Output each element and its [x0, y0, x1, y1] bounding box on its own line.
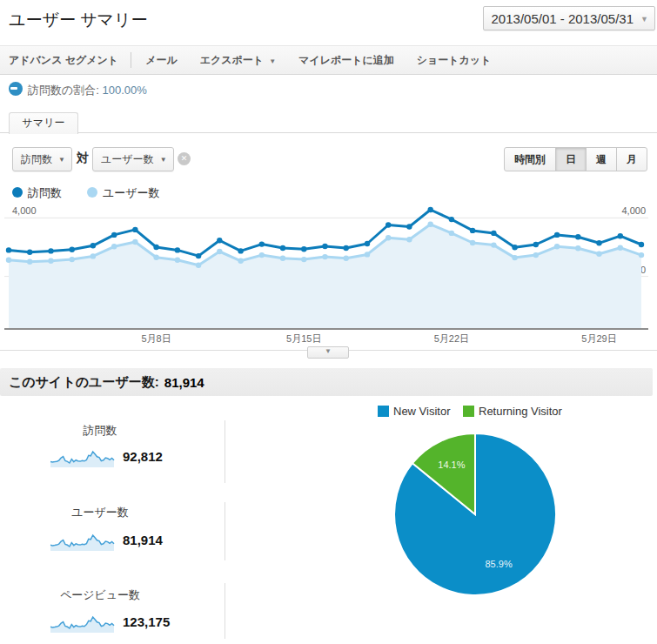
metrics-divider: [225, 420, 225, 483]
svg-text:5月29日: 5月29日: [581, 333, 616, 344]
chevron-down-icon: ▼: [160, 156, 167, 164]
sparkline-visits: [50, 448, 115, 467]
chevron-down-icon: ▼: [58, 156, 65, 164]
pie-legend-label-new: New Visitor: [393, 405, 451, 418]
segment-value: 100.00%: [103, 84, 147, 97]
legend-dot-users: [87, 187, 97, 198]
tab-summary[interactable]: サマリー: [9, 112, 78, 134]
pie-legend-label-returning: Returning Visitor: [479, 405, 562, 418]
pie-legend-swatch-new: [378, 406, 389, 417]
svg-text:14.1%: 14.1%: [438, 460, 465, 470]
svg-text:5月8日: 5月8日: [141, 333, 171, 344]
visitor-type-pie-chart[interactable]: 85.9%14.1%: [385, 425, 565, 604]
date-range-text: 2013/05/01 - 2013/05/31: [492, 11, 634, 26]
svg-text:4,000: 4,000: [12, 206, 37, 216]
legend-dot-visits: [12, 187, 23, 198]
metric-label-users: ユーザー数: [35, 505, 165, 520]
sparkline-pageviews: [50, 614, 115, 633]
add-to-dashboard-button[interactable]: マイレポートに追加: [298, 53, 394, 68]
granularity-month-button[interactable]: 月: [616, 147, 647, 171]
date-range-selector[interactable]: 2013/05/01 - 2013/05/31 ▼: [483, 6, 655, 30]
metric-label-pageviews: ページビュー数: [35, 587, 165, 603]
svg-text:4,000: 4,000: [621, 206, 646, 216]
report-toolbar: アドバンス セグメント メール エクスポート▼ マイレポートに追加 ショートカッ…: [0, 45, 657, 75]
metric-label-visits: 訪問数: [35, 423, 165, 439]
granularity-hourly-button[interactable]: 時間別: [504, 147, 556, 171]
chevron-down-icon: ▼: [640, 15, 648, 23]
sparkline-users: [50, 532, 115, 551]
segment-summary: 訪問数の割合: 100.00%: [28, 83, 147, 98]
collapse-chart-button[interactable]: ▼: [307, 346, 349, 359]
primary-metric-dropdown[interactable]: 訪問数 ▼: [12, 147, 72, 171]
timeline-chart[interactable]: 4,0004,0002,0002,0005月8日5月15日5月22日5月29日: [0, 206, 657, 347]
granularity-day-button[interactable]: 日: [555, 147, 587, 171]
legend-label-visits: 訪問数: [28, 185, 62, 201]
page-title: ユーザー サマリー: [9, 9, 148, 31]
granularity-switcher: 時間別 日 週 月: [504, 147, 647, 171]
site-users-banner: このサイトのユーザー数: 81,914: [0, 368, 653, 396]
advanced-segments-button[interactable]: アドバンス セグメント: [9, 53, 118, 68]
metric-value-pageviews: 123,175: [123, 614, 170, 629]
segment-pie-icon: [9, 82, 23, 96]
banner-value: 81,914: [164, 375, 204, 390]
secondary-metric-label: ユーザー数: [101, 152, 154, 167]
metrics-divider: [225, 583, 225, 639]
metrics-divider: [225, 502, 225, 560]
export-button[interactable]: エクスポート▼: [200, 53, 276, 68]
metric-value-users: 81,914: [123, 533, 163, 547]
svg-text:5月22日: 5月22日: [434, 333, 469, 344]
segment-label: 訪問数の割合:: [28, 84, 99, 97]
vs-label: 対: [77, 151, 89, 166]
secondary-metric-dropdown[interactable]: ユーザー数 ▼: [92, 147, 174, 171]
remove-metric-icon[interactable]: ✕: [178, 152, 191, 165]
toolbar-separator: [131, 52, 131, 68]
tab-bar-divider: [0, 132, 657, 133]
primary-metric-label: 訪問数: [21, 152, 52, 167]
pie-legend-swatch-returning: [463, 406, 474, 417]
svg-text:85.9%: 85.9%: [485, 559, 512, 569]
svg-text:5月15日: 5月15日: [286, 333, 321, 344]
metric-value-visits: 92,812: [123, 449, 163, 464]
email-button[interactable]: メール: [145, 53, 178, 68]
shortcut-button[interactable]: ショートカット: [417, 53, 492, 68]
legend-label-users: ユーザー数: [103, 185, 160, 201]
banner-label: このサイトのユーザー数:: [9, 374, 159, 391]
granularity-week-button[interactable]: 週: [586, 147, 617, 171]
chevron-down-icon: ▼: [269, 57, 276, 65]
